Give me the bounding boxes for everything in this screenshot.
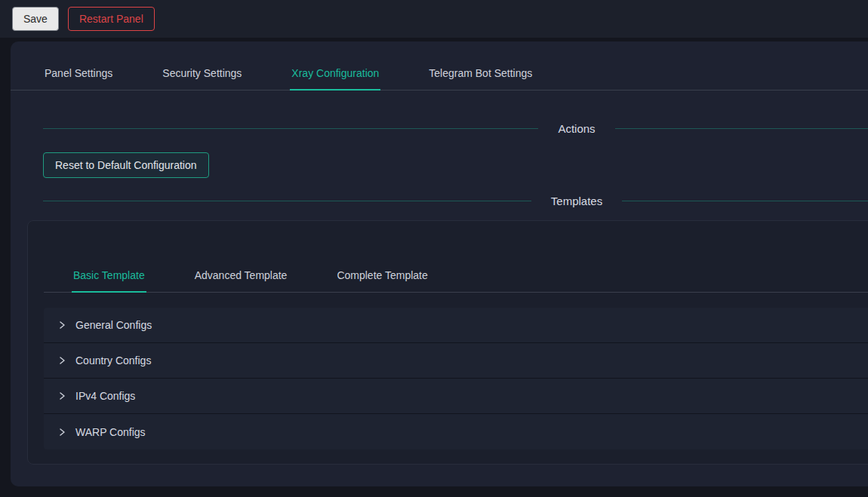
chevron-right-icon xyxy=(57,356,66,365)
accordion-item-warp-configs[interactable]: WARP Configs xyxy=(44,414,868,449)
template-tabbar: Basic Template Advanced Template Complet… xyxy=(44,265,868,293)
config-accordion: General Configs Country Configs IPv4 Con… xyxy=(44,308,868,449)
top-bar: Save Restart Panel xyxy=(0,0,868,38)
divider-line xyxy=(43,201,531,201)
save-button[interactable]: Save xyxy=(12,7,59,31)
accordion-item-country-configs[interactable]: Country Configs xyxy=(44,343,868,379)
chevron-right-icon xyxy=(57,428,66,437)
tab-telegram-bot-settings[interactable]: Telegram Bot Settings xyxy=(427,63,534,90)
actions-section-title: Actions xyxy=(538,122,614,135)
accordion-item-label: Country Configs xyxy=(75,354,151,367)
accordion-item-label: General Configs xyxy=(75,319,152,331)
divider-line xyxy=(622,201,868,201)
reset-default-configuration-button[interactable]: Reset to Default Configuration xyxy=(43,152,209,178)
tab-complete-template[interactable]: Complete Template xyxy=(335,265,429,292)
tab-advanced-template[interactable]: Advanced Template xyxy=(193,265,289,292)
accordion-item-ipv4-configs[interactable]: IPv4 Configs xyxy=(44,379,868,414)
chevron-right-icon xyxy=(57,321,66,330)
accordion-item-general-configs[interactable]: General Configs xyxy=(44,308,868,343)
templates-divider: Templates xyxy=(43,195,868,207)
accordion-item-label: WARP Configs xyxy=(75,426,146,438)
settings-card: Panel Settings Security Settings Xray Co… xyxy=(11,41,868,486)
templates-section-title: Templates xyxy=(531,195,622,207)
tab-security-settings[interactable]: Security Settings xyxy=(161,63,243,90)
actions-divider: Actions xyxy=(43,122,868,135)
tab-basic-template[interactable]: Basic Template xyxy=(72,265,146,293)
restart-panel-button[interactable]: Restart Panel xyxy=(68,7,155,31)
tab-xray-configuration[interactable]: Xray Configuration xyxy=(290,63,380,91)
accordion-item-label: IPv4 Configs xyxy=(75,390,135,402)
templates-card: Basic Template Advanced Template Complet… xyxy=(27,220,868,465)
divider-line xyxy=(43,128,538,129)
divider-line xyxy=(615,128,868,129)
settings-tabbar: Panel Settings Security Settings Xray Co… xyxy=(11,63,868,91)
tab-panel-settings[interactable]: Panel Settings xyxy=(43,63,114,90)
chevron-right-icon xyxy=(57,391,66,400)
